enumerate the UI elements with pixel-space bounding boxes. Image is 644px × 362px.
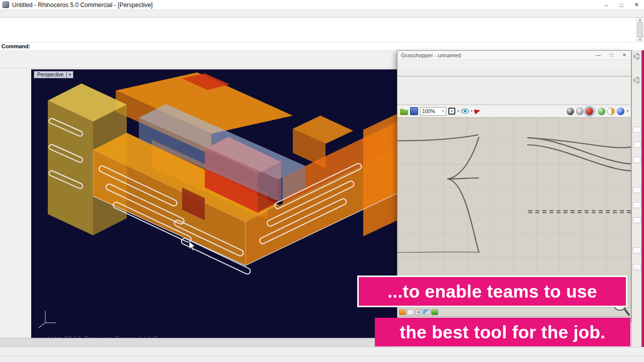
gh-document-preview-icon[interactable] [617, 108, 624, 115]
rhino-application-window: Untitled - Rhinoceros 5.0 Commercial - [… [0, 0, 644, 362]
gh-eye-chevron-icon[interactable]: ▾ [471, 109, 473, 113]
world-axes-icon [36, 305, 59, 331]
viewport-menu-chevron-icon[interactable]: ▼ [67, 71, 73, 78]
grasshopper-menu-bar [397, 60, 631, 68]
right-dock-panel: … [631, 50, 644, 347]
gh-zoom-value: 100% [422, 109, 435, 114]
gh-plug-icon[interactable] [431, 309, 438, 315]
dock-cell[interactable] [633, 127, 641, 133]
grasshopper-title-bar: Grasshopper - unnamed — □ ✕ [397, 51, 631, 60]
dock-cell[interactable] [633, 142, 641, 148]
gh-maximize-button[interactable]: □ [605, 52, 618, 58]
grasshopper-window-controls: — □ ✕ [592, 52, 631, 58]
scroll-down-icon[interactable]: ▼ [638, 38, 642, 42]
gh-preview-off-icon[interactable] [567, 108, 574, 115]
title-bar: Untitled - Rhinoceros 5.0 Commercial - [… [0, 0, 644, 10]
dock-cell[interactable] [633, 187, 641, 193]
gh-zoom-extents-icon[interactable] [448, 108, 455, 115]
grasshopper-category-tabs [397, 68, 631, 76]
gh-blue-tool-icon[interactable] [423, 309, 430, 315]
viewport-title-widget[interactable]: Perspective ▼ [34, 71, 73, 78]
grasshopper-canvas-toolbar: 100%∨ ▾ ▾ ▾ [397, 105, 631, 118]
left-tool-sidebar [0, 68, 31, 338]
dock-more-button[interactable]: … [633, 264, 641, 270]
gh-gears-icon[interactable] [415, 309, 422, 315]
rhino-app-icon [3, 2, 9, 8]
dock-cell[interactable] [633, 217, 641, 223]
viewport-title[interactable]: Perspective [34, 71, 67, 78]
scrollbar-thumb[interactable] [637, 22, 643, 38]
caption-overlay-line1: ...to enable teams to use [357, 276, 627, 307]
gh-preview-wireframe-icon[interactable] [576, 108, 584, 115]
command-prompt[interactable]: Command: [0, 42, 644, 50]
grasshopper-window-title: Grasshopper - unnamed [401, 52, 461, 58]
scroll-up-icon[interactable]: ▲ [638, 18, 642, 21]
gh-frame-chevron-icon[interactable]: ▾ [457, 109, 459, 113]
command-scrollbar[interactable]: ▲ ▼ [636, 18, 643, 42]
mouse-cursor [189, 241, 196, 251]
perspective-viewport[interactable]: Perspective ▼ [31, 69, 397, 338]
gh-save-icon[interactable] [410, 107, 418, 115]
gear-icon[interactable] [633, 77, 640, 83]
window-title: Untitled - Rhinoceros 5.0 Commercial - [… [12, 2, 152, 9]
dock-cell[interactable] [633, 157, 641, 163]
gh-custom-preview-icon[interactable] [607, 108, 615, 115]
gear-icon[interactable] [633, 53, 640, 60]
viewport-tab-bar [0, 338, 397, 347]
gh-markov-icon[interactable] [399, 309, 406, 315]
window-controls: – □ ✕ [599, 0, 644, 10]
gh-selected-preview-icon[interactable] [598, 108, 605, 115]
dock-cell[interactable] [633, 247, 641, 253]
gh-close-button[interactable]: ✕ [618, 52, 631, 58]
building-massing-model [31, 69, 397, 338]
dock-cell[interactable] [633, 202, 641, 208]
close-button[interactable]: ✕ [629, 0, 644, 10]
maximize-button[interactable]: □ [614, 0, 629, 10]
gh-sketch-pen-icon[interactable] [474, 108, 481, 114]
dock-accent-strip [641, 50, 644, 347]
gh-canvas-status-strip [397, 307, 631, 317]
gh-zoom-select[interactable]: 100%∨ [420, 107, 446, 116]
gh-preview-chevron-icon[interactable]: ▾ [626, 109, 628, 113]
gh-camera-icon[interactable] [407, 309, 414, 315]
gh-preview-shaded-icon[interactable] [586, 108, 593, 115]
command-history[interactable] [0, 17, 644, 42]
menu-bar [0, 10, 644, 17]
minimize-button[interactable]: – [599, 0, 614, 10]
grasshopper-component-palette [397, 76, 631, 105]
gh-preview-eye-icon[interactable] [461, 109, 469, 114]
gh-open-icon[interactable] [400, 107, 408, 115]
osnap-toolbar [0, 347, 644, 355]
status-bar [0, 355, 644, 362]
gh-minimize-button[interactable]: — [592, 52, 605, 58]
gh-zoom-chevron-icon: ∨ [442, 109, 444, 113]
caption-overlay-line2: the best tool for the job. [375, 318, 630, 346]
